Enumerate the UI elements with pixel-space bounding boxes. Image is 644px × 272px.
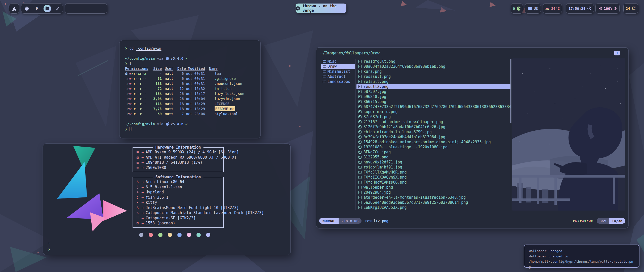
file-row[interactable]: 154928-odinokoe_anime-art-anime-okno-sin… <box>356 140 510 145</box>
sidebar-folder-item[interactable]: Abstract <box>321 74 355 79</box>
file-list: ressdfgult.png 08a634fa02a32364f69ebc86a… <box>356 59 510 210</box>
terminal-window[interactable]: ❯ cd .config/nvim ~/.config/nvim via v5.… <box>119 40 260 138</box>
file-row[interactable]: super-mario.png <box>356 109 510 114</box>
image-preview-pane <box>512 58 625 211</box>
file-row[interactable]: chica-mirando-la-luna-8799.jpg <box>356 129 510 134</box>
hardware-info-title: Hardware Information <box>153 145 204 150</box>
fetch-row-icon: ▸ <box>134 200 141 205</box>
image-file-icon <box>358 181 361 184</box>
fetch-row: ✎ → Catppuccin-Macchiato-Standard-Lavend… <box>134 210 223 216</box>
fetch-row: ▦ → AMD Ryzen 9 5900X (24) @ 4.9GHz [61.… <box>134 150 223 155</box>
file-row[interactable]: 0c794faf07de24a4db4d4fb1eb813964.jpg <box>356 134 510 140</box>
arrow-icon: → <box>141 221 144 226</box>
scrollbar-thumb[interactable] <box>510 59 511 123</box>
fetch-row-icon: ❯ <box>134 195 141 200</box>
file-row[interactable]: 866715.png <box>356 99 510 104</box>
now-playing-label: thrown - on the verge <box>302 4 346 13</box>
firefox-icon[interactable] <box>22 4 31 13</box>
paintbrush-icon[interactable] <box>53 4 62 13</box>
file-row[interactable]: 87r687df.png <box>356 114 510 119</box>
file-row[interactable]: 68747470733a2f2f696d616765732d7769786d70… <box>356 104 510 109</box>
file-row[interactable]: 217167-sad-anime-rain-wallpaper.png <box>356 119 510 124</box>
image-file-icon <box>358 196 361 199</box>
file-row[interactable]: ressdfgult.png <box>356 59 510 64</box>
folder-icon <box>323 76 326 78</box>
clock-widget[interactable]: 17:50:29 <box>566 3 594 14</box>
file-row[interactable]: resssult.png <box>356 74 510 79</box>
image-file-icon <box>358 135 361 139</box>
lua-icon <box>166 57 169 60</box>
sidebar-folder-item[interactable]: Landscapes <box>321 79 355 84</box>
arrow-icon: → <box>141 150 144 155</box>
app-launcher-button[interactable] <box>9 3 19 14</box>
scrollbar-track[interactable] <box>511 59 511 210</box>
file-row[interactable]: 5a266e448add93deab367d87173e9f25-6837886… <box>356 200 510 205</box>
bell-icon <box>632 6 636 11</box>
notification-body: Wallpaper changed to /home/matt/.config/… <box>529 254 634 269</box>
vim-icon[interactable]: V <box>33 4 41 13</box>
speaker-icon <box>598 7 602 10</box>
list-position-badge: 14/38 <box>609 218 625 224</box>
volume-widget[interactable]: 100% <box>595 3 620 14</box>
fetch-row: ◊ → 6.5.8-zen1-1-zen <box>134 185 223 190</box>
arrow-icon: → <box>141 165 144 171</box>
fetch-row: Λ → Arch Linux x86_64 <box>134 179 223 185</box>
file-row[interactable]: 8FKa7Cu.jpeg <box>356 150 510 155</box>
file-row[interactable]: re1sult.png <box>356 79 510 84</box>
image-file-icon <box>358 161 361 164</box>
file-size-badge: 218.8 KB <box>339 218 361 224</box>
sidebar-folder-item[interactable]: Minimalist <box>321 69 355 74</box>
scroll-percent-badge: 36% <box>597 218 609 224</box>
arrow-icon: → <box>141 200 144 205</box>
sidebar-folder-item[interactable]: Misc <box>321 59 355 64</box>
file-row[interactable]: result2.png <box>356 84 510 89</box>
file-row[interactable]: 596848.jpg <box>356 94 510 99</box>
file-row[interactable]: 20492984.jpg <box>356 190 510 195</box>
file-row[interactable]: wallpaper.png <box>356 185 510 190</box>
image-file-icon <box>358 115 361 118</box>
breadcrumb-path: ~/Imagenes/Wallpapers/Draw <box>320 51 380 55</box>
check-icon: ✔ <box>185 121 187 126</box>
file-manager-window[interactable]: ~/Imagenes/Wallpapers/Draw 1 Misc Draw M… <box>316 48 628 228</box>
file-row[interactable]: EeNKYgIUcAAJ5JX.png <box>356 205 510 210</box>
terminal-command-line: ❯ cd .config/nvim <box>125 46 255 51</box>
folder-icon <box>323 81 326 83</box>
music-player-widget[interactable]: thrown - on the verge <box>296 4 346 13</box>
files-icon-active[interactable] <box>43 4 52 13</box>
prompt-symbol[interactable]: ❯ <box>48 247 50 251</box>
notifications-widget[interactable]: 24 <box>623 3 638 14</box>
folder-icon <box>323 65 326 68</box>
folder-sidebar: Misc Draw Minimalist Abstract Landscapes <box>321 59 355 84</box>
software-info-box: Software Information Λ → Arch Linux x86_… <box>133 177 224 228</box>
hardware-info-box: Hardware Information ▦ → AMD Ryzen 9 590… <box>133 147 224 172</box>
fetch-window[interactable]: Hardware Information ▦ → AMD Ryzen 9 590… <box>43 144 290 255</box>
image-file-icon <box>358 110 361 113</box>
notification-toast[interactable]: Wallpaper Changed Wallpaper changed to /… <box>524 245 639 268</box>
updates-widget[interactable]: 0 <box>511 3 523 14</box>
file-row[interactable]: 19201080-__blue-tinge__-1920×1080.jpg <box>356 145 510 150</box>
palette-dot <box>149 233 153 237</box>
file-row[interactable]: FXfcII0X0AQyn9X.png <box>356 175 510 180</box>
file-row[interactable]: 587597.jpg <box>356 89 510 94</box>
filetype-icon <box>209 96 215 101</box>
image-file-icon <box>358 130 361 133</box>
file-row[interactable]: FXfcJlTXgAMvH6R.png <box>356 170 510 175</box>
file-row[interactable]: 3122955.png <box>356 155 510 160</box>
keyboard-layout-widget[interactable]: US <box>525 3 541 14</box>
weather-widget[interactable]: 26°C <box>543 3 562 14</box>
listing-row: .rw-r--r-- 3,0k matt 26 oct 10:04 lazyvi… <box>125 96 255 101</box>
listing-row: .rw-r--r-- 11k matt 18 oct 13:29 LICENSE <box>125 101 255 106</box>
listing-row: .rw-r--r-- 7,7k matt 18 oct 13:29 README… <box>125 106 255 111</box>
prompt-input-line[interactable]: ❯ <box>125 126 255 131</box>
image-file-icon <box>358 191 361 194</box>
file-row[interactable]: rsjqojlmjhf91.jpg <box>356 165 510 170</box>
file-row[interactable]: FXfcHgcWIAMzs0G.png <box>356 180 510 185</box>
image-file-icon <box>358 105 361 108</box>
fetch-row-icon: ◰ <box>134 221 141 226</box>
file-row[interactable]: 3126f7e9bbf21a8a4af0b67b041c6e26.jpg <box>356 124 510 129</box>
file-row[interactable]: 08a634fa02a32364f69ebc86a98eb1eb.png <box>356 64 510 69</box>
file-row[interactable]: kurz.png <box>356 69 510 74</box>
sidebar-folder-item[interactable]: Draw <box>321 64 355 69</box>
file-row[interactable]: nnvuv0xj2df71.jpg <box>356 160 510 165</box>
file-row[interactable]: atardecer-en-la-montanas-ilustracion-634… <box>356 195 510 200</box>
